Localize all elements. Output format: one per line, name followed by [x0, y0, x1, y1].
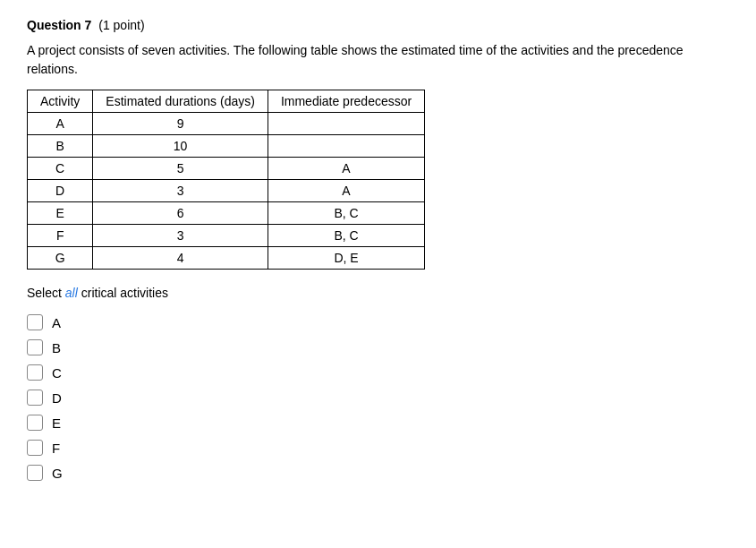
table-row: D3A — [28, 180, 425, 202]
cell-activity: A — [28, 113, 93, 135]
col-header-duration: Estimated durations (days) — [93, 90, 268, 113]
checkbox-g[interactable] — [27, 465, 43, 481]
checkbox-c[interactable] — [27, 364, 43, 381]
select-label: Select all critical activities — [27, 286, 729, 300]
table-row: C5A — [28, 158, 425, 180]
question-description: A project consists of seven activities. … — [27, 41, 729, 79]
col-header-activity: Activity — [28, 90, 93, 113]
cell-activity: C — [28, 158, 93, 180]
list-item[interactable]: E — [27, 415, 729, 431]
cell-activity: G — [28, 247, 93, 270]
cell-predecessor: B, C — [268, 202, 424, 225]
activity-table: Activity Estimated durations (days) Imme… — [27, 90, 425, 270]
cell-predecessor — [268, 135, 424, 158]
option-label-e: E — [52, 415, 61, 431]
list-item[interactable]: G — [27, 465, 729, 481]
cell-predecessor: A — [268, 180, 424, 202]
question-header: Question 7 (1 point) — [27, 18, 729, 32]
cell-activity: D — [28, 180, 93, 202]
option-label-b: B — [52, 340, 61, 355]
table-row: A9 — [28, 113, 425, 135]
cell-predecessor — [268, 113, 424, 135]
question-title: Question 7 (1 point) — [27, 18, 145, 32]
select-prefix: Select — [27, 286, 65, 300]
question-points: (1 point) — [98, 18, 144, 32]
table-row: B10 — [28, 135, 425, 158]
cell-duration: 3 — [93, 225, 268, 247]
list-item[interactable]: F — [27, 440, 729, 456]
checkbox-e[interactable] — [27, 415, 43, 431]
select-italic: all — [65, 286, 78, 300]
col-header-predecessor: Immediate predecessor — [268, 90, 424, 113]
cell-duration: 4 — [93, 247, 268, 270]
cell-activity: B — [28, 135, 93, 158]
list-item[interactable]: A — [27, 314, 729, 330]
cell-activity: E — [28, 202, 93, 225]
question-number: Question 7 — [27, 18, 91, 32]
cell-predecessor: B, C — [268, 225, 424, 247]
cell-duration: 6 — [93, 202, 268, 225]
list-item[interactable]: D — [27, 390, 729, 406]
options-list: ABCDEFG — [27, 314, 729, 481]
question-container: Question 7 (1 point) A project consists … — [27, 18, 729, 481]
option-label-f: F — [52, 441, 60, 456]
cell-predecessor: D, E — [268, 247, 424, 270]
checkbox-b[interactable] — [27, 339, 43, 355]
cell-duration: 9 — [93, 113, 268, 135]
option-label-d: D — [52, 390, 62, 406]
list-item[interactable]: C — [27, 364, 729, 381]
option-label-c: C — [52, 365, 62, 381]
checkbox-f[interactable] — [27, 440, 43, 456]
cell-duration: 5 — [93, 158, 268, 180]
table-row: G4D, E — [28, 247, 425, 270]
select-suffix: critical activities — [78, 286, 168, 300]
cell-duration: 10 — [93, 135, 268, 158]
table-row: F3B, C — [28, 225, 425, 247]
checkbox-a[interactable] — [27, 314, 43, 330]
option-label-g: G — [52, 466, 63, 481]
cell-activity: F — [28, 225, 93, 247]
checkbox-d[interactable] — [27, 390, 43, 406]
cell-duration: 3 — [93, 180, 268, 202]
list-item[interactable]: B — [27, 339, 729, 355]
table-row: E6B, C — [28, 202, 425, 225]
option-label-a: A — [52, 315, 61, 330]
cell-predecessor: A — [268, 158, 424, 180]
